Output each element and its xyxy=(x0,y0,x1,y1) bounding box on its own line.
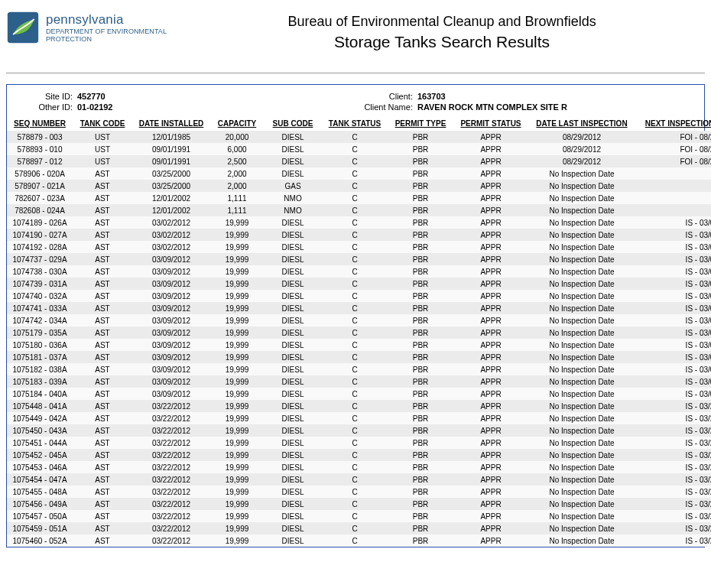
col-pstatus-header: PERMIT STATUS xyxy=(453,117,528,131)
cell-capacity: 19,999 xyxy=(210,437,264,449)
cell-last: 08/29/2012 xyxy=(528,155,635,167)
cell-seq: 1075183 - 039A xyxy=(7,375,73,388)
table-row: 1075183 - 039AAST03/09/201219,999DIESLCP… xyxy=(7,375,711,388)
cell-status: C xyxy=(322,290,388,302)
cell-ptype: PBR xyxy=(388,290,453,302)
cell-sub: DIESL xyxy=(264,253,322,265)
cell-sub: DIESL xyxy=(264,351,322,363)
table-row: 1075451 - 044AAST03/22/201219,999DIESLCP… xyxy=(7,437,711,449)
cell-last: No Inspection Date xyxy=(528,241,635,253)
cell-installed: 03/09/2012 xyxy=(132,339,210,351)
cell-status: C xyxy=(322,131,388,143)
cell-status: C xyxy=(322,216,388,229)
cell-next: IS - 03/22/2022 xyxy=(635,400,711,412)
cell-next xyxy=(635,167,711,180)
cell-installed: 03/09/2012 xyxy=(132,253,210,265)
cell-last: No Inspection Date xyxy=(528,449,635,461)
cell-ptype: PBR xyxy=(388,326,453,339)
results-box: Site ID: 452770 Client: 163703 Other ID:… xyxy=(6,84,705,547)
cell-ptype: PBR xyxy=(388,534,453,547)
cell-seq: 1074738 - 030A xyxy=(7,265,73,278)
meta-block: Site ID: 452770 Client: 163703 Other ID:… xyxy=(7,85,704,117)
cell-pstatus: APPR xyxy=(453,400,528,412)
cell-ptype: PBR xyxy=(388,412,453,424)
cell-last: No Inspection Date xyxy=(528,510,635,522)
cell-pstatus: APPR xyxy=(453,314,528,326)
table-row: 1075179 - 035AAST03/09/201219,999DIESLCP… xyxy=(7,326,711,339)
cell-seq: 1075460 - 052A xyxy=(7,534,73,547)
col-sub-header: SUB CODE xyxy=(264,117,322,131)
cell-next: IS - 03/02/2022 xyxy=(635,216,711,229)
cell-seq: 1075455 - 048A xyxy=(7,486,73,498)
cell-seq: 1074740 - 032A xyxy=(7,290,73,302)
cell-tank: AST xyxy=(73,192,132,204)
cell-ptype: PBR xyxy=(388,229,453,241)
cell-seq: 578907 - 021A xyxy=(7,180,73,192)
cell-installed: 03/02/2012 xyxy=(132,229,210,241)
cell-tank: UST xyxy=(73,143,132,155)
cell-pstatus: APPR xyxy=(453,167,528,180)
cell-seq: 1075448 - 041A xyxy=(7,400,73,412)
cell-next: IS - 03/09/2022 xyxy=(635,339,711,351)
cell-status: C xyxy=(322,375,388,388)
table-row: 578893 - 010UST09/01/19916,000DIESLCPBRA… xyxy=(7,143,711,155)
cell-next: IS - 03/22/2022 xyxy=(635,486,711,498)
cell-status: C xyxy=(322,510,388,522)
cell-seq: 1075179 - 035A xyxy=(7,326,73,339)
cell-pstatus: APPR xyxy=(453,388,528,400)
cell-sub: DIESL xyxy=(264,339,322,351)
cell-sub: DIESL xyxy=(264,424,322,437)
cell-ptype: PBR xyxy=(388,510,453,522)
cell-next: IS - 03/22/2022 xyxy=(635,473,711,486)
cell-status: C xyxy=(322,241,388,253)
cell-installed: 03/22/2012 xyxy=(132,461,210,473)
cell-sub: DIESL xyxy=(264,326,322,339)
cell-last: No Inspection Date xyxy=(528,192,635,204)
cell-last: No Inspection Date xyxy=(528,424,635,437)
table-row: 1075460 - 052AAST03/22/201219,999DIESLCP… xyxy=(7,534,711,547)
cell-last: No Inspection Date xyxy=(528,229,635,241)
cell-capacity: 1,111 xyxy=(210,192,264,204)
cell-installed: 03/22/2012 xyxy=(132,473,210,486)
table-row: 1075459 - 051AAST03/22/201219,999DIESLCP… xyxy=(7,522,711,534)
cell-sub: GAS xyxy=(264,180,322,192)
cell-last: No Inspection Date xyxy=(528,339,635,351)
cell-ptype: PBR xyxy=(388,265,453,278)
cell-tank: AST xyxy=(73,363,132,375)
cell-capacity: 19,999 xyxy=(210,375,264,388)
cell-next: IS - 03/09/2022 xyxy=(635,375,711,388)
cell-seq: 1074189 - 026A xyxy=(7,216,73,229)
cell-tank: AST xyxy=(73,498,132,510)
cell-installed: 03/25/2000 xyxy=(132,167,210,180)
cell-seq: 1075457 - 050A xyxy=(7,510,73,522)
cell-status: C xyxy=(322,437,388,449)
cell-pstatus: APPR xyxy=(453,534,528,547)
cell-pstatus: APPR xyxy=(453,229,528,241)
cell-tank: AST xyxy=(73,204,132,216)
title-line1: Bureau of Environmental Cleanup and Brow… xyxy=(179,14,705,30)
table-row: 782608 - 024AAST12/01/20021,111NMOCPBRAP… xyxy=(7,204,711,216)
cell-sub: DIESL xyxy=(264,290,322,302)
cell-sub: DIESL xyxy=(264,265,322,278)
cell-last: No Inspection Date xyxy=(528,486,635,498)
cell-next: FOI - 08/29/2015 xyxy=(635,143,711,155)
cell-sub: DIESL xyxy=(264,449,322,461)
cell-installed: 03/22/2012 xyxy=(132,522,210,534)
cell-last: No Inspection Date xyxy=(528,522,635,534)
table-row: 578879 - 003UST12/01/198520,000DIESLCPBR… xyxy=(7,131,711,143)
cell-pstatus: APPR xyxy=(453,216,528,229)
table-row: 1075182 - 038AAST03/09/201219,999DIESLCP… xyxy=(7,363,711,375)
cell-sub: DIESL xyxy=(264,510,322,522)
cell-installed: 12/01/2002 xyxy=(132,192,210,204)
cell-sub: DIESL xyxy=(264,167,322,180)
cell-capacity: 19,999 xyxy=(210,302,264,314)
cell-installed: 03/09/2012 xyxy=(132,363,210,375)
cell-installed: 03/22/2012 xyxy=(132,534,210,547)
cell-sub: NMO xyxy=(264,192,322,204)
cell-capacity: 19,999 xyxy=(210,278,264,290)
cell-installed: 03/09/2012 xyxy=(132,314,210,326)
cell-last: No Inspection Date xyxy=(528,388,635,400)
cell-seq: 1075180 - 036A xyxy=(7,339,73,351)
cell-sub: DIESL xyxy=(264,534,322,547)
title-line2: Storage Tanks Search Results xyxy=(179,33,705,51)
